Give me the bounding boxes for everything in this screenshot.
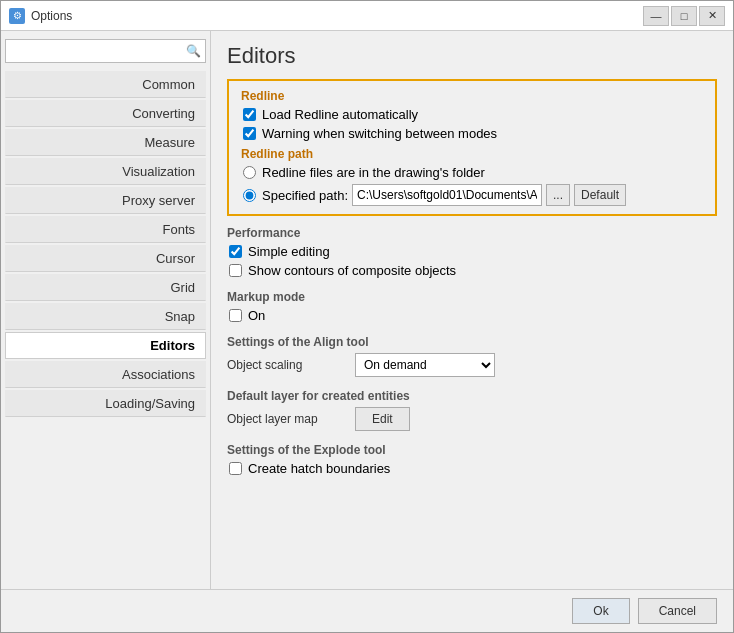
close-button[interactable]: ✕ [699, 6, 725, 26]
app-icon: ⚙ [9, 8, 25, 24]
explode-section-label: Settings of the Explode tool [227, 443, 717, 457]
radio1-label: Redline files are in the drawing's folde… [262, 165, 485, 180]
options-window: ⚙ Options — □ ✕ 🔍 Common Converting Meas… [0, 0, 734, 633]
titlebar-controls: — □ ✕ [643, 6, 725, 26]
on-label: On [248, 308, 265, 323]
footer: Ok Cancel [1, 589, 733, 632]
sidebar-item-snap[interactable]: Snap [5, 303, 206, 330]
object-layer-label: Object layer map [227, 412, 347, 426]
align-section-label: Settings of the Align tool [227, 335, 717, 349]
sidebar-item-cursor[interactable]: Cursor [5, 245, 206, 272]
sidebar-item-loading[interactable]: Loading/Saving [5, 390, 206, 417]
sidebar-item-visualization[interactable]: Visualization [5, 158, 206, 185]
ok-button[interactable]: Ok [572, 598, 629, 624]
search-input[interactable] [10, 44, 186, 58]
performance-section: Performance Simple editing Show contours… [227, 226, 717, 282]
sidebar-item-proxy[interactable]: Proxy server [5, 187, 206, 214]
sidebar: 🔍 Common Converting Measure Visualizatio… [1, 31, 211, 589]
on-row: On [227, 308, 717, 323]
object-layer-row: Object layer map Edit [227, 407, 717, 431]
performance-label: Performance [227, 226, 717, 240]
create-hatch-label: Create hatch boundaries [248, 461, 390, 476]
radio1-row: Redline files are in the drawing's folde… [241, 165, 703, 180]
load-auto-label: Load Redline automatically [262, 107, 418, 122]
redline-path-label: Redline path [241, 147, 703, 161]
cancel-button[interactable]: Cancel [638, 598, 717, 624]
sidebar-item-measure[interactable]: Measure [5, 129, 206, 156]
show-contours-label: Show contours of composite objects [248, 263, 456, 278]
minimize-button[interactable]: — [643, 6, 669, 26]
warning-row: Warning when switching between modes [241, 126, 703, 141]
redline-section: Redline Load Redline automatically Warni… [227, 79, 717, 216]
radio2-label: Specified path: [262, 188, 348, 203]
default-button[interactable]: Default [574, 184, 626, 206]
edit-button[interactable]: Edit [355, 407, 410, 431]
show-contours-row: Show contours of composite objects [227, 263, 717, 278]
specified-path-row: Specified path: ... Default [241, 184, 703, 206]
sidebar-item-editors[interactable]: Editors [5, 332, 206, 359]
radio2-row: Specified path: [241, 188, 348, 203]
create-hatch-row: Create hatch boundaries [227, 461, 717, 476]
titlebar-left: ⚙ Options [9, 8, 72, 24]
path-input[interactable] [352, 184, 542, 206]
create-hatch-checkbox[interactable] [229, 462, 242, 475]
layer-section-label: Default layer for created entities [227, 389, 717, 403]
window-title: Options [31, 9, 72, 23]
sidebar-item-common[interactable]: Common [5, 71, 206, 98]
maximize-button[interactable]: □ [671, 6, 697, 26]
load-auto-row: Load Redline automatically [241, 107, 703, 122]
main-content: Editors Redline Load Redline automatical… [211, 31, 733, 589]
markup-label: Markup mode [227, 290, 717, 304]
object-scaling-label: Object scaling [227, 358, 347, 372]
search-box[interactable]: 🔍 [5, 39, 206, 63]
titlebar: ⚙ Options — □ ✕ [1, 1, 733, 31]
radio-drawing-folder[interactable] [243, 166, 256, 179]
align-section: Settings of the Align tool Object scalin… [227, 335, 717, 381]
content-area: 🔍 Common Converting Measure Visualizatio… [1, 31, 733, 589]
show-contours-checkbox[interactable] [229, 264, 242, 277]
on-checkbox[interactable] [229, 309, 242, 322]
page-title: Editors [227, 43, 717, 69]
sidebar-item-converting[interactable]: Converting [5, 100, 206, 127]
sidebar-item-grid[interactable]: Grid [5, 274, 206, 301]
search-icon: 🔍 [186, 44, 201, 58]
simple-editing-label: Simple editing [248, 244, 330, 259]
markup-section: Markup mode On [227, 290, 717, 327]
object-scaling-select[interactable]: On demand Always Never [355, 353, 495, 377]
redline-section-label: Redline [241, 89, 703, 103]
explode-section: Settings of the Explode tool Create hatc… [227, 443, 717, 480]
layer-section: Default layer for created entities Objec… [227, 389, 717, 435]
sidebar-item-associations[interactable]: Associations [5, 361, 206, 388]
object-scaling-row: Object scaling On demand Always Never [227, 353, 717, 377]
warning-checkbox[interactable] [243, 127, 256, 140]
simple-editing-row: Simple editing [227, 244, 717, 259]
radio-specified-path[interactable] [243, 189, 256, 202]
load-auto-checkbox[interactable] [243, 108, 256, 121]
sidebar-item-fonts[interactable]: Fonts [5, 216, 206, 243]
browse-button[interactable]: ... [546, 184, 570, 206]
simple-editing-checkbox[interactable] [229, 245, 242, 258]
warning-label: Warning when switching between modes [262, 126, 497, 141]
